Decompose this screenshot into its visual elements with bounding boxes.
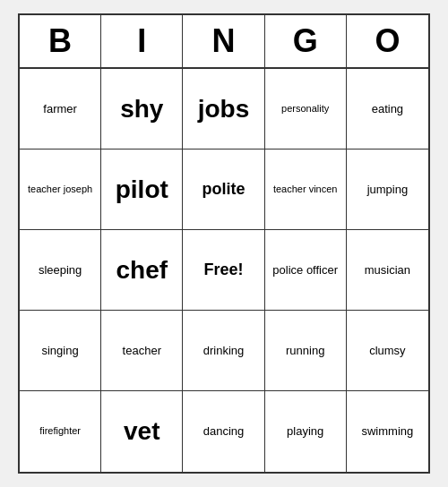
cell-text: Free! xyxy=(203,261,243,280)
cell-text: jumping xyxy=(367,183,409,197)
cell-text: musician xyxy=(365,263,410,278)
bingo-cell[interactable]: clumsy xyxy=(347,311,428,391)
bingo-cell[interactable]: dancing xyxy=(183,391,264,472)
bingo-cell[interactable]: vet xyxy=(101,391,183,472)
bingo-cell[interactable]: jumping xyxy=(347,150,428,230)
cell-text: sleeping xyxy=(39,263,82,278)
bingo-header: BINGO xyxy=(20,15,428,69)
cell-text: dancing xyxy=(203,424,245,439)
cell-text: playing xyxy=(287,424,323,439)
bingo-cell[interactable]: singing xyxy=(20,311,101,391)
bingo-cell[interactable]: pilot xyxy=(101,150,183,230)
cell-text: personality xyxy=(281,103,329,115)
cell-text: drinking xyxy=(203,344,245,358)
bingo-cell[interactable]: jobs xyxy=(183,69,264,150)
bingo-cell[interactable]: drinking xyxy=(183,311,264,391)
bingo-cell[interactable]: chef xyxy=(101,230,183,311)
header-letter: B xyxy=(20,15,101,67)
cell-text: teacher vincen xyxy=(273,184,338,195)
bingo-cell[interactable]: teacher vincen xyxy=(265,150,347,230)
cell-text: running xyxy=(286,344,324,358)
cell-text: police officer xyxy=(272,263,338,278)
cell-text: teacher joseph xyxy=(28,184,92,195)
bingo-cell[interactable]: firefighter xyxy=(20,391,101,472)
bingo-cell[interactable]: running xyxy=(265,311,347,391)
bingo-card: BINGO farmershyjobspersonalityeatingteac… xyxy=(18,13,430,474)
header-letter: N xyxy=(183,15,264,67)
cell-text: farmer xyxy=(43,102,77,116)
bingo-cell[interactable]: shy xyxy=(101,69,183,150)
bingo-cell[interactable]: farmer xyxy=(20,69,101,150)
bingo-cell[interactable]: teacher xyxy=(101,311,183,391)
bingo-cell[interactable]: polite xyxy=(183,150,264,230)
cell-text: shy xyxy=(120,94,163,124)
header-letter: O xyxy=(347,15,428,67)
cell-text: teacher xyxy=(123,344,161,358)
bingo-cell[interactable]: sleeping xyxy=(20,230,101,311)
cell-text: eating xyxy=(372,102,403,116)
bingo-cell[interactable]: musician xyxy=(347,230,428,311)
bingo-cell[interactable]: playing xyxy=(265,391,347,472)
bingo-cell[interactable]: eating xyxy=(347,69,428,150)
bingo-grid: farmershyjobspersonalityeatingteacher jo… xyxy=(20,69,428,472)
cell-text: jobs xyxy=(198,94,250,124)
header-letter: I xyxy=(101,15,183,67)
bingo-cell[interactable]: police officer xyxy=(265,230,347,311)
cell-text: swimming xyxy=(361,424,413,439)
cell-text: clumsy xyxy=(369,344,405,358)
bingo-cell[interactable]: personality xyxy=(265,69,347,150)
bingo-cell[interactable]: Free! xyxy=(183,230,264,311)
cell-text: pilot xyxy=(116,175,168,205)
cell-text: vet xyxy=(124,416,159,447)
bingo-cell[interactable]: swimming xyxy=(347,391,428,472)
bingo-cell[interactable]: teacher joseph xyxy=(20,150,101,230)
cell-text: chef xyxy=(116,255,168,286)
cell-text: polite xyxy=(202,180,245,200)
cell-text: singing xyxy=(41,344,78,358)
cell-text: firefighter xyxy=(39,425,81,437)
header-letter: G xyxy=(265,15,347,67)
